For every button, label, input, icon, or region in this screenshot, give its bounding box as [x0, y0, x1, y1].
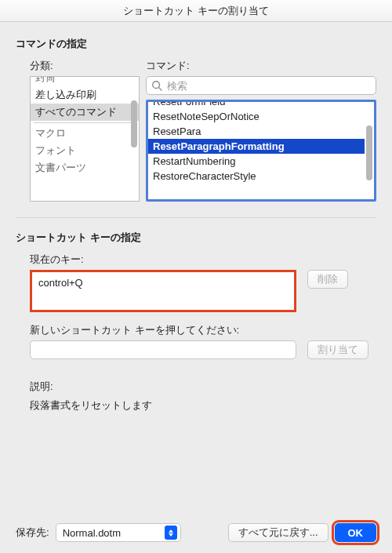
section-command-spec: コマンドの指定	[16, 37, 376, 51]
current-keys-box[interactable]: control+Q	[30, 270, 296, 312]
ok-button[interactable]: OK	[335, 523, 377, 542]
list-item[interactable]: ResetPara	[148, 124, 365, 139]
list-item[interactable]: RestoreCharacterStyle	[148, 169, 365, 184]
separator	[34, 122, 136, 123]
reset-all-button[interactable]: すべて元に戻す...	[228, 523, 328, 542]
remove-button[interactable]: 削除	[307, 270, 348, 289]
category-label: 分類:	[30, 59, 140, 73]
description-label: 説明:	[30, 380, 376, 394]
scrollbar-thumb[interactable]	[131, 100, 137, 147]
search-input[interactable]	[165, 79, 371, 93]
command-listbox[interactable]: ResetFormField ResetNoteSepOrNotice Rese…	[146, 100, 376, 202]
window-title: ショートカット キーの割り当て	[123, 4, 269, 18]
save-in-label: 保存先:	[16, 526, 49, 540]
current-keys-label: 現在のキー:	[30, 253, 373, 267]
window-titlebar: ショートカット キーの割り当て	[0, 0, 392, 22]
assign-button[interactable]: 割り当て	[307, 340, 368, 359]
list-item[interactable]: ResetNoteSepOrNotice	[148, 109, 365, 124]
save-in-select[interactable]: Normal.dotm	[56, 523, 181, 542]
search-icon	[151, 80, 162, 91]
current-key-value: control+Q	[38, 277, 83, 289]
list-item[interactable]: RestartNumbering	[148, 154, 365, 169]
list-item[interactable]: フォント	[31, 142, 139, 159]
press-new-label: 新しいショートカット キーを押してください:	[30, 323, 373, 337]
command-label: コマンド:	[146, 59, 376, 73]
list-item[interactable]: ResetFormField	[148, 100, 365, 109]
list-item[interactable]: 封筒	[31, 76, 139, 86]
list-item-selected[interactable]: すべてのコマンド	[31, 104, 139, 121]
updown-icon	[165, 526, 177, 540]
section-shortcut-spec: ショートカット キーの指定	[16, 231, 376, 245]
divider	[16, 217, 376, 218]
description-text: 段落書式をリセットします	[30, 398, 376, 413]
scrollbar-thumb[interactable]	[366, 126, 372, 180]
new-shortcut-input[interactable]	[30, 340, 296, 359]
svg-line-1	[159, 88, 162, 91]
list-item[interactable]: 差し込み印刷	[31, 86, 139, 104]
save-in-value: Normal.dotm	[63, 527, 121, 539]
list-item[interactable]: マクロ	[31, 125, 139, 142]
list-item[interactable]: 文書パーツ	[31, 159, 139, 176]
command-search[interactable]	[146, 76, 376, 95]
category-listbox[interactable]: 封筒 差し込み印刷 すべてのコマンド マクロ フォント 文書パーツ	[30, 76, 140, 202]
list-item-selected[interactable]: ResetParagraphFormatting	[148, 139, 365, 154]
